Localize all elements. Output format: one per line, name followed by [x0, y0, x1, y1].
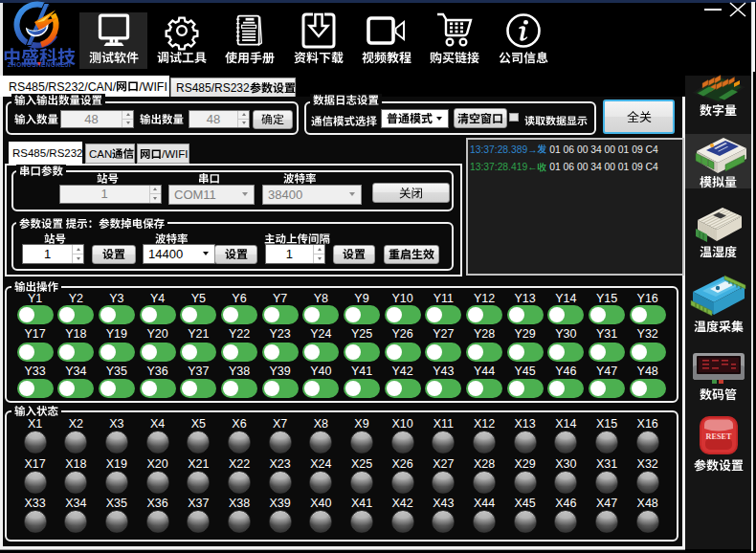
svg-text:RESET: RESET [705, 432, 731, 441]
